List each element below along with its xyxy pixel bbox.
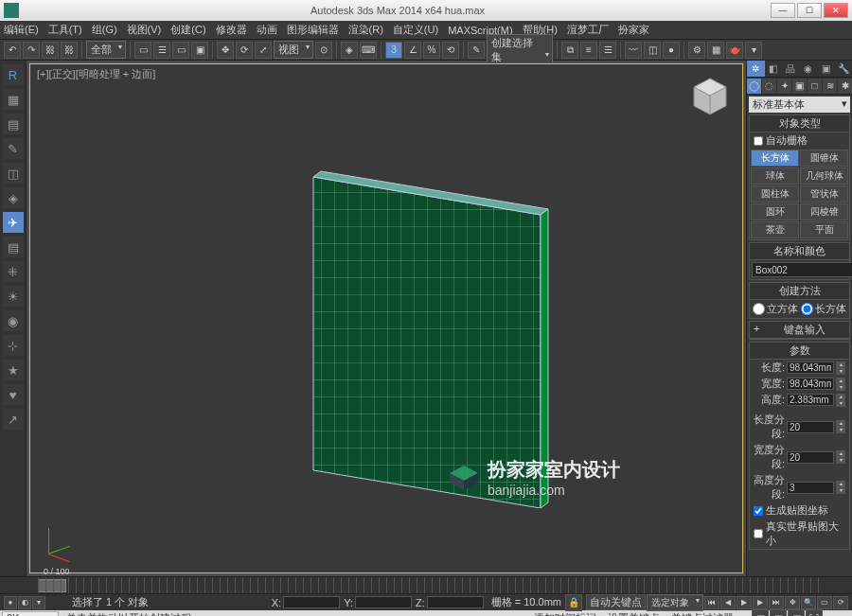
time-slider[interactable]: 0 / 100 — [0, 576, 852, 593]
nav-zoom-button[interactable]: 🔍 — [801, 596, 816, 609]
heart-icon[interactable]: ♥ — [3, 384, 24, 405]
space-cat-button[interactable]: ≋ — [823, 79, 837, 94]
selection-filter-dropdown[interactable]: 全部 — [86, 41, 126, 59]
object-name-input[interactable] — [752, 262, 852, 277]
menu-plugin2[interactable]: 扮家家 — [618, 23, 649, 37]
menu-plugin1[interactable]: 渲梦工厂 — [567, 23, 609, 37]
ribbon-r-icon[interactable]: R — [3, 64, 24, 85]
viewcube[interactable] — [686, 73, 734, 120]
select-name-button[interactable]: ☰ — [153, 42, 170, 59]
width-spinner[interactable] — [787, 378, 834, 390]
modify-tab[interactable]: ◧ — [765, 61, 783, 77]
axis-icon[interactable]: ⊹ — [3, 335, 24, 356]
plane-icon[interactable]: ✈ — [3, 212, 24, 233]
hierarchy-tab[interactable]: 品 — [782, 61, 800, 77]
mapcoords-checkbox[interactable] — [754, 506, 763, 516]
lock-icon[interactable]: 🔒 — [565, 594, 582, 611]
window-crossing-button[interactable]: ▣ — [191, 42, 208, 59]
geom-cat-button[interactable]: ◯ — [747, 79, 761, 94]
length-spinner[interactable] — [787, 361, 834, 374]
menu-tools[interactable]: 工具(T) — [48, 23, 82, 37]
cube-radio[interactable] — [753, 303, 765, 315]
menu-create[interactable]: 创建(C) — [170, 23, 205, 37]
utilities-tab[interactable]: 🔧 — [835, 61, 853, 77]
z-coord-input[interactable] — [427, 596, 484, 608]
menu-group[interactable]: 组(G) — [92, 23, 117, 37]
systems-cat-button[interactable]: ✱ — [838, 79, 852, 94]
next-frame-button[interactable]: ▶ — [753, 596, 768, 609]
star-icon[interactable]: ★ — [3, 360, 24, 380]
menu-grapheditors[interactable]: 图形编辑器 — [287, 23, 339, 37]
undo-button[interactable]: ↶ — [4, 42, 21, 59]
display-tab[interactable]: ▣ — [817, 61, 835, 77]
method-rollout-header[interactable]: 创建方法 — [750, 283, 849, 300]
setkey-label[interactable]: 设置关键点 — [602, 611, 666, 617]
pyramid-button[interactable]: 四棱锥 — [800, 203, 848, 220]
layers-icon[interactable]: ▤ — [3, 237, 24, 257]
percent-snap-button[interactable]: % — [423, 42, 440, 59]
cameras-cat-button[interactable]: ▣ — [792, 79, 807, 94]
length-up[interactable]: ▴ — [836, 361, 845, 368]
editnamed-button[interactable]: ✎ — [468, 42, 485, 59]
keymode-button[interactable]: ⌨ — [360, 42, 377, 59]
box-radio[interactable] — [801, 303, 813, 315]
auto-grid-checkbox[interactable] — [754, 136, 763, 146]
params-rollout-header[interactable]: 参数 — [750, 343, 849, 360]
render-button[interactable]: 🫖 — [726, 42, 743, 59]
height-up[interactable]: ▴ — [836, 394, 845, 400]
timetag-label[interactable]: 添加时间标记 — [528, 611, 602, 617]
hseg-down[interactable]: ▾ — [836, 487, 845, 494]
grid-icon[interactable]: ▤ — [3, 114, 24, 134]
share-icon[interactable]: ↗ — [3, 409, 24, 430]
slice-icon[interactable]: ◫ — [3, 163, 24, 184]
snap-button[interactable]: 3 — [385, 42, 402, 59]
nav-zoomext-button[interactable]: ▣ — [752, 609, 769, 616]
goto-start-button[interactable]: ⏮ — [704, 596, 719, 609]
keyboard-rollout-header[interactable]: +键盘输入 — [750, 322, 849, 339]
menu-view[interactable]: 视图(V) — [127, 23, 162, 37]
namecolor-rollout-header[interactable]: 名称和颜色 — [750, 243, 849, 260]
height-spinner[interactable] — [787, 394, 834, 406]
helpers-cat-button[interactable]: □ — [808, 79, 822, 94]
viewport[interactable]: [+][正交][明暗处理 + 边面] 扮家家室内设计 banjiajia.com — [28, 62, 744, 574]
move-button[interactable]: ✥ — [217, 42, 234, 59]
render-setup-button[interactable]: ⚙ — [688, 42, 705, 59]
menu-customize[interactable]: 自定义(U) — [393, 23, 438, 37]
rotate-button[interactable]: ⟳ — [236, 42, 253, 59]
minimize-button[interactable]: — — [771, 3, 795, 18]
camera-icon[interactable]: ◉ — [3, 310, 24, 331]
select-button[interactable]: ▭ — [134, 42, 151, 59]
nav-fov-button[interactable]: ▭ — [817, 596, 832, 609]
script-input[interactable]: 0K — [2, 611, 59, 616]
nav-orbit-button[interactable]: ⟳ — [833, 596, 848, 609]
apps-icon[interactable]: ⁜ — [3, 261, 24, 282]
setkey-button[interactable]: ● — [4, 596, 17, 609]
redo-button[interactable]: ↷ — [23, 42, 40, 59]
y-coord-input[interactable] — [355, 596, 412, 608]
render-prod-button[interactable]: ▾ — [745, 42, 762, 59]
cylinder-button[interactable]: 圆柱体 — [751, 185, 799, 202]
height-down[interactable]: ▾ — [836, 400, 845, 407]
motion-tab[interactable]: ◉ — [800, 61, 818, 77]
play-button[interactable]: ▶ — [737, 596, 752, 609]
angle-snap-button[interactable]: ∠ — [404, 42, 421, 59]
align-button[interactable]: ≡ — [580, 42, 597, 59]
scale-button[interactable]: ⤢ — [255, 42, 272, 59]
sphere-button[interactable]: 球体 — [751, 167, 799, 185]
layers-button[interactable]: ☰ — [599, 42, 616, 59]
box-button[interactable]: 长方体 — [751, 150, 799, 167]
lseg-up[interactable]: ▴ — [836, 420, 845, 427]
schematic-button[interactable]: ◫ — [644, 42, 661, 59]
refcoord-dropdown[interactable]: 视图 — [274, 41, 313, 59]
lseg-down[interactable]: ▾ — [836, 427, 845, 433]
mirror-button[interactable]: ⧉ — [561, 42, 578, 59]
maximize-button[interactable]: ☐ — [797, 3, 822, 18]
keymode-toggle[interactable]: ◐ — [18, 596, 31, 609]
edit-icon[interactable]: ✎ — [3, 138, 24, 159]
light-icon[interactable]: ☀ — [3, 286, 24, 307]
tube-button[interactable]: 管状体 — [800, 185, 848, 202]
prev-frame-button[interactable]: ◀ — [720, 596, 736, 609]
close-button[interactable]: ✕ — [824, 3, 848, 18]
render-frame-button[interactable]: ▦ — [707, 42, 724, 59]
create-tab[interactable]: ✲ — [747, 61, 765, 77]
